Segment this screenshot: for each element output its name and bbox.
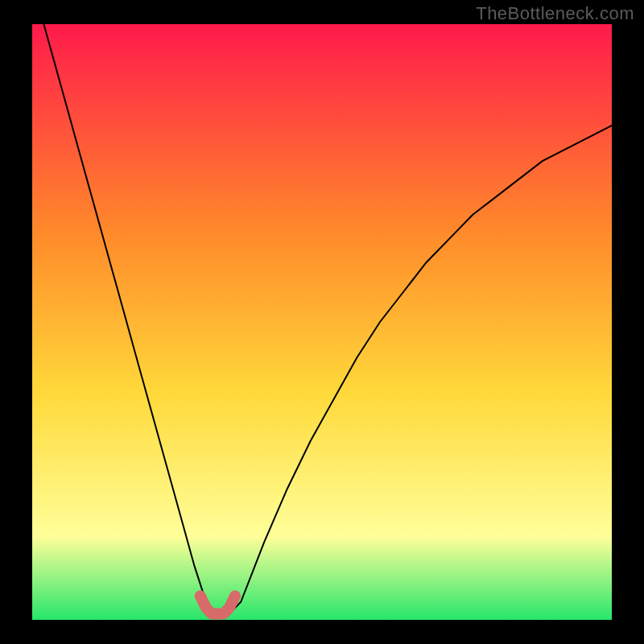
watermark-text: TheBottleneck.com [476,3,634,24]
bottleneck-plot [32,24,612,620]
gradient-background [32,24,612,620]
chart-frame: TheBottleneck.com [0,0,644,644]
